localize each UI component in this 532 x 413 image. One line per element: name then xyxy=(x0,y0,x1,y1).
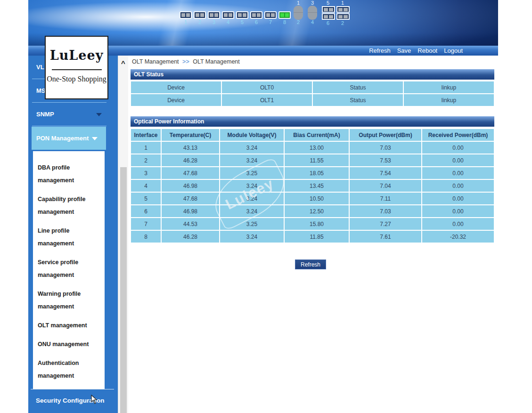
cell: Device xyxy=(131,81,221,94)
round-port-icon xyxy=(294,6,303,20)
submenu-item[interactable]: Line profile management xyxy=(38,225,95,250)
cell: 13.00 xyxy=(284,141,349,154)
pon-port-label: 7 xyxy=(264,19,277,25)
cell: 7.53 xyxy=(349,154,422,167)
pon-port-indicator-4 xyxy=(222,11,234,19)
cell: 7.27 xyxy=(349,218,422,230)
round-port-label-top: 1 xyxy=(292,0,304,6)
uplink-port-icon xyxy=(336,6,350,13)
submenu-item[interactable]: DBA profile management xyxy=(38,162,95,187)
cell: 6 xyxy=(131,205,161,218)
cell: -20.32 xyxy=(422,230,494,243)
column-header: Interface xyxy=(131,129,161,141)
logo-divider xyxy=(52,69,102,70)
cell: 7.04 xyxy=(349,179,422,192)
submenu-item[interactable]: OLT management xyxy=(38,319,95,332)
breadcrumb-separator-icon: >> xyxy=(180,58,191,65)
cell: 3 xyxy=(131,167,161,179)
cell: 7.61 xyxy=(349,230,422,243)
cell: 0.00 xyxy=(422,218,494,230)
cell: 44.53 xyxy=(161,218,220,230)
brand-logo: LuLeey One-Stop Shopping xyxy=(45,36,108,99)
cell: 0.00 xyxy=(422,205,494,218)
cell: 7.11 xyxy=(349,192,422,205)
pon-port-label: 5 xyxy=(236,19,248,25)
pon-port-label: 6 xyxy=(250,19,262,25)
pon-port-indicator-2 xyxy=(194,11,206,19)
logo-tagline: One-Stop Shopping xyxy=(46,75,107,83)
vertical-scrollbar[interactable]: ^ xyxy=(118,56,128,413)
optical-power-section-header: Optical Power Information xyxy=(131,116,494,127)
chevron-down-icon xyxy=(96,113,102,116)
scrollbar-thumb[interactable] xyxy=(120,167,127,413)
topnav-link-logout[interactable]: Logout xyxy=(444,47,463,54)
table-row: 646.983.2412.507.030.00 xyxy=(131,205,494,218)
port-pin-icon xyxy=(266,13,270,17)
submenu-item[interactable]: Authentication management xyxy=(38,357,95,382)
cell: 18.05 xyxy=(284,167,349,179)
topnav-link-reboot[interactable]: Reboot xyxy=(417,47,437,54)
olt-status-table: DeviceOLT0StatuslinkupDeviceOLT1Statusli… xyxy=(131,81,494,106)
port-pin-icon xyxy=(257,13,261,17)
cell: 12.50 xyxy=(284,205,349,218)
submenu-item[interactable]: Capability profile management xyxy=(38,193,95,219)
sidebar-item-security-configuration[interactable]: Security Configuration xyxy=(28,389,118,404)
stacked-port-label-bottom: 6 xyxy=(322,20,334,26)
refresh-button[interactable]: Refresh xyxy=(295,259,326,269)
cell: 0.00 xyxy=(422,192,494,205)
cell: 7.54 xyxy=(349,167,422,179)
round-port-label-top: 3 xyxy=(306,0,319,6)
round-port-label-bottom: 4 xyxy=(306,19,319,25)
cell: 46.28 xyxy=(161,230,220,243)
pon-port-label: 2 xyxy=(194,19,206,25)
table-row: 246.283.2411.557.530.00 xyxy=(131,154,494,167)
uplink-port-icon xyxy=(322,6,335,13)
sidebar-item-label: SNMP xyxy=(36,111,54,118)
cell: 3.24 xyxy=(220,179,284,192)
pon-port-indicator-7 xyxy=(264,11,277,19)
port-pin-icon xyxy=(243,13,246,17)
cell: 11.85 xyxy=(284,230,349,243)
topnav-link-refresh[interactable]: Refresh xyxy=(369,47,391,54)
pon-port-label: 3 xyxy=(208,19,220,25)
pon-port-indicator-3 xyxy=(208,11,220,19)
breadcrumb-section: OLT Management xyxy=(132,58,179,65)
table-row: DeviceOLT1Statuslinkup xyxy=(131,94,494,106)
port-pin-icon xyxy=(186,13,190,17)
sidebar-item-snmp[interactable]: SNMP xyxy=(28,103,118,126)
breadcrumb: OLT Management >> OLT Management xyxy=(132,58,240,65)
stacked-port-label-bottom: 2 xyxy=(336,20,349,26)
pon-port-label: 8 xyxy=(278,19,291,25)
main-content: OLT Management >> OLT Management OLT Sta… xyxy=(128,56,498,413)
cell: linkup xyxy=(403,94,494,106)
table-row: DeviceOLT0Statuslinkup xyxy=(131,81,494,94)
cell: 0.00 xyxy=(422,167,494,179)
stacked-port-label-top: 1 xyxy=(336,0,349,6)
port-pin-icon xyxy=(271,13,275,17)
cell: 2 xyxy=(131,154,161,167)
cell: 11.55 xyxy=(284,154,349,167)
port-pin-icon xyxy=(200,13,204,17)
device-port-panel: 12345678 1 2 3 4 5 6 1 2 xyxy=(179,0,386,28)
submenu-item[interactable]: ONU management xyxy=(38,338,95,351)
pon-port-indicator-1 xyxy=(180,11,192,19)
sidebar-item-label: VL xyxy=(36,64,44,71)
breadcrumb-page: OLT Management xyxy=(193,58,240,65)
scroll-up-arrow-icon[interactable]: ^ xyxy=(118,56,128,67)
submenu-item[interactable]: Service profile management xyxy=(38,256,95,282)
cell: 7.03 xyxy=(349,205,422,218)
cell: 0.00 xyxy=(422,179,494,192)
pon-port-label: 4 xyxy=(222,19,234,25)
cell: linkup xyxy=(403,81,494,94)
cell: 46.28 xyxy=(161,154,220,167)
table-row: 744.533.2515.807.270.00 xyxy=(131,218,494,230)
pon-submenu: DBA profile managementCapability profile… xyxy=(33,151,105,389)
mouse-cursor-icon xyxy=(91,395,98,406)
cell: 10.50 xyxy=(284,192,349,205)
topnav-link-save[interactable]: Save xyxy=(397,47,411,54)
sidebar-item-pon-management[interactable]: PON Management xyxy=(32,127,106,150)
cell: 3.24 xyxy=(220,192,284,205)
cell: Status xyxy=(312,94,403,106)
submenu-item[interactable]: Warning profile management xyxy=(38,288,95,313)
cell: 7 xyxy=(131,218,161,230)
